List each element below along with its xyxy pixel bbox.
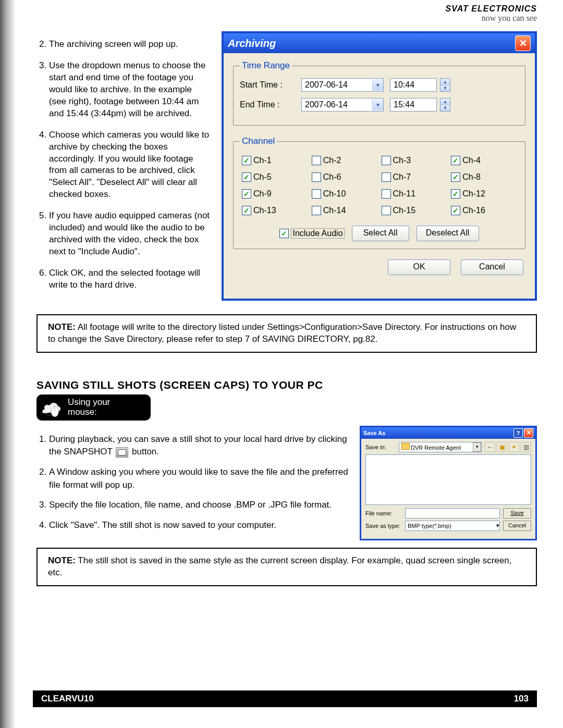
- back-icon[interactable]: ←: [485, 442, 495, 452]
- chevron-down-icon: ▾: [372, 99, 383, 110]
- start-date-dropdown[interactable]: 2007-06-14 ▾: [301, 78, 384, 92]
- arrow-down-icon: ▼: [440, 85, 450, 92]
- end-time-label: End Time :: [240, 100, 301, 109]
- save-button[interactable]: Save: [503, 508, 531, 519]
- channel-checkbox[interactable]: Ch-15: [382, 206, 447, 215]
- channel-label: Ch-4: [462, 156, 481, 165]
- up-folder-icon[interactable]: ▣: [497, 442, 507, 452]
- checkbox-icon: [312, 189, 321, 199]
- select-all-button[interactable]: Select All: [352, 226, 409, 241]
- view-menu-icon[interactable]: ▥: [521, 442, 531, 452]
- end-time-spinner[interactable]: ▲ ▼: [440, 98, 450, 112]
- list-item: Click OK, and the selected footage will …: [49, 267, 211, 291]
- channel-checkbox[interactable]: ✓Ch-9: [242, 189, 308, 199]
- save-as-titlebar: Save As ? ✕: [361, 427, 535, 439]
- channel-checkbox[interactable]: ✓Ch-4: [451, 156, 517, 165]
- section-screencaps: SAVING STILL SHOTS (SCREEN CAPS) TO YOUR…: [36, 379, 537, 586]
- start-time-input[interactable]: 10:44: [390, 78, 437, 92]
- note-box-1: NOTE: All footage will write to the dire…: [36, 314, 537, 353]
- timerange-group: Time Range Start Time : 2007-06-14 ▾ 10:…: [233, 60, 525, 126]
- channel-label: Ch-13: [253, 206, 276, 215]
- list-item: Choose which cameras you would like to a…: [49, 129, 211, 201]
- list-item: Use the dropdown menus to choose the sta…: [49, 60, 211, 120]
- end-time-input[interactable]: 15:44: [390, 98, 437, 112]
- archiving-dialog: Archiving ✕ Time Range Start Time : 2007…: [222, 31, 537, 301]
- brand-name: SVAT ELECTRONICS: [446, 4, 537, 14]
- channel-group: Channel ✓Ch-1Ch-2Ch-3✓Ch-4✓Ch-5Ch-6Ch-7✓…: [233, 136, 525, 249]
- list-item: If you have audio equipped cameras (not …: [49, 210, 211, 258]
- ok-button[interactable]: OK: [388, 260, 450, 275]
- file-list-area[interactable]: [365, 454, 531, 505]
- close-icon[interactable]: ✕: [524, 428, 533, 438]
- archiving-body: Time Range Start Time : 2007-06-14 ▾ 10:…: [224, 53, 535, 285]
- cancel-button[interactable]: Cancel: [503, 521, 531, 531]
- save-as-toolbar: ← ▣ ✦ ▥: [485, 442, 531, 452]
- snapshot-icon: [116, 447, 128, 458]
- instructions-list-1: The archiving screen will pop up.Use the…: [36, 31, 211, 301]
- start-time-value: 10:44: [394, 80, 414, 90]
- save-as-type-dropdown[interactable]: BMP type(*.bmp) ▾: [405, 521, 500, 531]
- channel-label: Ch-2: [323, 156, 341, 165]
- channel-label: Ch-1: [253, 156, 272, 165]
- checkbox-icon: ✓: [451, 189, 460, 199]
- save-in-label: Save in:: [365, 444, 396, 450]
- list-item: A Window asking you where you would like…: [49, 466, 349, 491]
- list-item: Specify the file location, file name, an…: [49, 499, 349, 512]
- channel-checkbox[interactable]: ✓Ch-8: [451, 172, 517, 182]
- start-time-spinner[interactable]: ▲ ▼: [440, 78, 450, 92]
- using-mouse-badge: Using your mouse:: [36, 394, 151, 421]
- channel-checkbox[interactable]: Ch-11: [382, 189, 447, 199]
- section2-row: During playback, you can save a still sh…: [36, 426, 537, 540]
- cancel-button[interactable]: Cancel: [461, 260, 523, 275]
- file-name-input[interactable]: [405, 508, 500, 519]
- page: SVAT ELECTRONICS now you can see The arc…: [0, 0, 563, 728]
- dialog-footer: OK Cancel: [233, 260, 525, 275]
- channel-checkbox[interactable]: Ch-10: [312, 189, 377, 199]
- channel-legend: Channel: [240, 136, 277, 146]
- end-date-dropdown[interactable]: 2007-06-14 ▾: [301, 98, 384, 112]
- channel-checkbox[interactable]: ✓Ch-12: [451, 189, 517, 199]
- close-icon[interactable]: ✕: [515, 35, 531, 51]
- checkbox-icon: [312, 172, 321, 182]
- start-time-row: Start Time : 2007-06-14 ▾ 10:44 ▲ ▼: [240, 78, 519, 92]
- channel-checkbox[interactable]: ✓Ch-5: [242, 172, 308, 182]
- save-in-dropdown[interactable]: DVR Remote Agent ▾: [399, 442, 482, 452]
- checkbox-icon: ✓: [451, 172, 460, 182]
- new-folder-icon[interactable]: ✦: [509, 442, 519, 452]
- channel-checkbox[interactable]: ✓Ch-16: [451, 206, 517, 215]
- channel-checkbox[interactable]: Ch-3: [382, 156, 447, 165]
- include-audio-label: Include Audio: [291, 228, 344, 239]
- note-label: NOTE:: [48, 556, 76, 565]
- channel-checkbox[interactable]: ✓Ch-1: [242, 156, 308, 165]
- channel-checkbox[interactable]: Ch-14: [312, 206, 377, 215]
- channel-checkbox[interactable]: Ch-2: [312, 156, 377, 165]
- deselect-all-button[interactable]: Deselect All: [417, 226, 479, 241]
- channel-checkbox[interactable]: ✓Ch-13: [242, 206, 308, 215]
- checkbox-icon: [382, 172, 391, 182]
- channel-label: Ch-11: [393, 189, 416, 199]
- checkbox-icon: [382, 206, 391, 215]
- include-audio-checkbox[interactable]: ✓ Include Audio: [279, 228, 344, 239]
- channel-checkbox[interactable]: Ch-7: [382, 172, 447, 182]
- channel-label: Ch-3: [393, 156, 411, 165]
- note-label: NOTE:: [48, 322, 76, 332]
- help-icon[interactable]: ?: [513, 428, 523, 438]
- save-as-title: Save As: [363, 430, 385, 436]
- save-as-type-value: BMP type(*.bmp): [408, 523, 451, 529]
- channel-label: Ch-14: [323, 206, 346, 215]
- checkbox-icon: ✓: [242, 172, 251, 182]
- end-time-value: 15:44: [394, 100, 414, 109]
- channel-checkbox[interactable]: Ch-6: [312, 172, 377, 182]
- checkbox-icon: ✓: [242, 156, 251, 165]
- chevron-down-icon: ▾: [473, 442, 481, 452]
- channel-label: Ch-7: [393, 172, 411, 182]
- folder-icon: [401, 443, 410, 450]
- archiving-titlebar: Archiving ✕: [224, 33, 535, 53]
- mouse-icon: [40, 398, 63, 417]
- channel-label: Ch-6: [323, 172, 341, 182]
- channel-label: Ch-16: [462, 206, 485, 215]
- end-time-row: End Time : 2007-06-14 ▾ 15:44 ▲ ▼: [240, 98, 519, 112]
- channel-foot: ✓ Include Audio Select All Deselect All: [240, 226, 519, 241]
- save-as-type-label: Save as type:: [365, 523, 402, 529]
- archiving-title: Archiving: [228, 38, 276, 50]
